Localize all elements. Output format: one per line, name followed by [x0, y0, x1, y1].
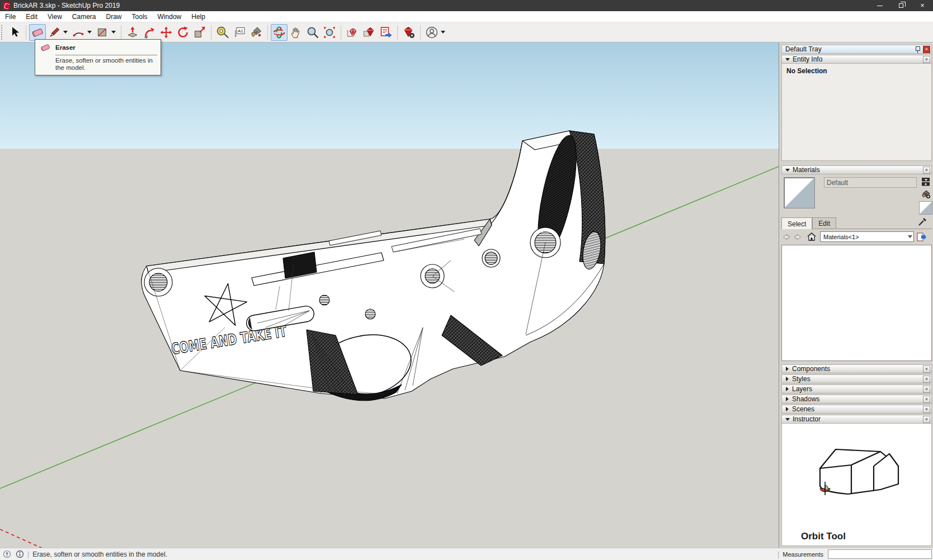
section-scenes[interactable]: Scenes × [781, 405, 932, 414]
instructor-label: Instructor [793, 415, 821, 423]
minimize-button[interactable] [869, 0, 890, 11]
arc-icon [72, 26, 85, 39]
scale-icon [193, 26, 206, 39]
viewport[interactable]: COME AND TAKE IT [0, 42, 779, 548]
window-controls: × [869, 0, 933, 11]
entity-info-panel: No Selection [781, 64, 932, 161]
entity-info-label: Entity Info [793, 55, 822, 63]
instructor-content-title: Orbit Tool [801, 531, 846, 542]
pan-tool-button[interactable] [288, 24, 304, 41]
rectangle-tool-dropdown[interactable] [111, 31, 116, 34]
menu-draw[interactable]: Draw [101, 12, 127, 22]
instructor-house-figure [814, 443, 904, 504]
restore-button[interactable] [890, 0, 912, 11]
material-preview-swatch [784, 177, 815, 208]
share-model-button[interactable] [361, 24, 378, 41]
eraser-tooltip: Eraser Erase, soften or smooth entities … [35, 39, 161, 75]
rectangle-tool-button[interactable] [94, 24, 111, 41]
status-separator: | [778, 550, 779, 558]
back-arrow-icon[interactable] [781, 232, 791, 241]
send-to-layout-button[interactable] [378, 24, 394, 41]
eyedropper-icon[interactable] [917, 217, 927, 227]
scenes-close-button[interactable]: × [923, 406, 930, 413]
tape-measure-icon [216, 26, 229, 39]
in-model-home-icon[interactable] [807, 232, 817, 241]
tab-select[interactable]: Select [781, 217, 812, 229]
components-close-button[interactable]: × [923, 366, 930, 373]
geolocation-icon[interactable] [3, 550, 11, 558]
forward-arrow-icon[interactable] [793, 232, 803, 241]
arc-tool-button[interactable] [70, 24, 87, 41]
viewport-canvas[interactable]: COME AND TAKE IT [0, 42, 779, 548]
tape-measure-tool-button[interactable] [214, 24, 231, 41]
materials-close-button[interactable]: × [923, 167, 930, 174]
chevron-right-icon [786, 397, 789, 401]
orbit-tool-button[interactable] [271, 24, 288, 41]
menu-help[interactable]: Help [186, 12, 210, 22]
secondary-pane-icon[interactable] [921, 177, 931, 187]
arc-tool-dropdown[interactable] [87, 31, 92, 34]
menu-view[interactable]: View [43, 12, 67, 22]
layers-close-button[interactable]: × [923, 386, 930, 393]
section-shadows[interactable]: Shadows × [781, 395, 932, 404]
instructor-close-button[interactable]: × [923, 416, 930, 423]
line-tool-dropdown[interactable] [63, 31, 68, 34]
in-model-sample-swatch[interactable] [919, 201, 932, 215]
3d-warehouse-button[interactable] [344, 24, 361, 41]
create-material-icon[interactable] [921, 189, 931, 199]
sign-in-dropdown[interactable] [441, 31, 445, 34]
tray-close-button[interactable]: × [923, 46, 930, 53]
status-separator: | [27, 550, 29, 558]
tooltip-eraser-icon [39, 42, 52, 53]
materials-list[interactable] [781, 245, 932, 361]
eraser-tool-button[interactable] [29, 24, 46, 41]
section-components[interactable]: Components × [781, 364, 932, 373]
shadows-label: Shadows [792, 395, 819, 403]
section-layers[interactable]: Layers × [781, 385, 932, 393]
follow-me-tool-button[interactable] [141, 24, 158, 41]
paint-bucket-tool-button[interactable] [248, 24, 265, 41]
move-tool-button[interactable] [158, 24, 175, 41]
follow-me-icon [143, 26, 156, 39]
menu-file[interactable]: File [0, 12, 21, 22]
zoom-extents-tool-button[interactable] [321, 24, 338, 41]
rotate-tool-button[interactable] [175, 24, 191, 41]
section-entity-info[interactable]: Entity Info × [781, 55, 932, 64]
pin-hole [365, 309, 375, 319]
move-icon [159, 26, 173, 39]
close-button[interactable]: × [912, 0, 933, 11]
rectangle-icon [96, 26, 109, 39]
select-tool-button[interactable] [6, 24, 23, 41]
menu-window[interactable]: Window [153, 12, 187, 22]
menu-camera[interactable]: Camera [67, 12, 101, 22]
details-arrow-icon[interactable] [917, 232, 927, 241]
text-tool-button[interactable]: A1 [231, 24, 248, 41]
menu-bar: File Edit View Camera Draw Tools Window … [0, 11, 933, 22]
shadows-close-button[interactable]: × [923, 396, 930, 403]
paint-bucket-icon [249, 26, 263, 39]
tab-edit[interactable]: Edit [812, 217, 836, 229]
section-styles[interactable]: Styles × [781, 374, 932, 383]
entity-info-close-button[interactable]: × [923, 56, 930, 63]
scale-tool-button[interactable] [191, 24, 208, 41]
extension-warehouse-button[interactable] [400, 24, 417, 41]
credits-info-icon[interactable] [16, 550, 24, 558]
section-instructor[interactable]: Instructor × [781, 415, 932, 424]
material-name-field[interactable] [824, 177, 917, 188]
styles-close-button[interactable]: × [923, 376, 930, 383]
push-pull-icon [126, 26, 139, 39]
pin-icon[interactable] [915, 46, 921, 53]
chevron-down-icon [908, 235, 912, 238]
styles-label: Styles [792, 375, 811, 383]
measurements-input[interactable] [828, 549, 932, 559]
menu-edit[interactable]: Edit [21, 12, 43, 22]
menu-tools[interactable]: Tools [127, 12, 153, 22]
push-pull-tool-button[interactable] [124, 24, 141, 41]
sign-in-button[interactable] [423, 24, 440, 41]
section-materials[interactable]: Materials × [781, 165, 932, 174]
materials-collection-dropdown[interactable]: Materials<1> [820, 231, 914, 242]
user-avatar-icon [425, 26, 439, 39]
toolbar-drag-handle[interactable] [1, 25, 4, 40]
line-tool-button[interactable] [46, 24, 63, 41]
zoom-tool-button[interactable] [304, 24, 321, 41]
